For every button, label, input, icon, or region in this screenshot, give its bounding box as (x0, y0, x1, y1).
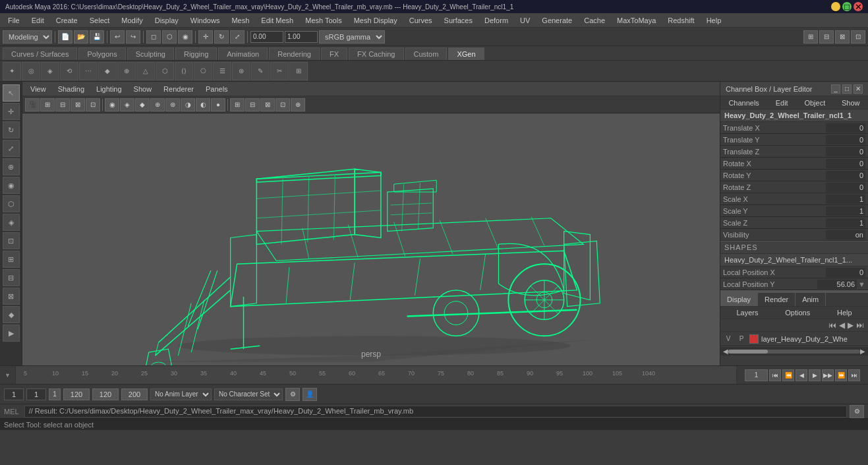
vp-display3[interactable]: ◆ (135, 98, 150, 111)
shelf-tab-custom[interactable]: Custom (405, 47, 448, 60)
lasso-tool[interactable]: ⬡ (3, 195, 20, 212)
cb-show[interactable]: Show (839, 99, 863, 107)
vp-menu-renderer[interactable]: Renderer (158, 84, 199, 94)
scroll-right-arrow[interactable]: ▶ (860, 348, 865, 355)
vp-menu-panels[interactable]: Panels (200, 84, 233, 94)
layers-menu-layers[interactable]: Layers (736, 309, 758, 317)
layout-btn3[interactable]: ⊠ (835, 30, 850, 44)
status-settings-btn[interactable]: ⚙ (850, 405, 864, 418)
char-set-select[interactable]: No Character Set (214, 388, 283, 400)
vp-menu-lighting[interactable]: Lighting (91, 84, 127, 94)
current-frame-input[interactable] (745, 369, 768, 381)
layout-btn1[interactable]: ⊞ (803, 30, 818, 44)
cb-minimize[interactable]: _ (831, 84, 840, 94)
scale-tool[interactable]: ⤢ (3, 140, 20, 157)
char-person-btn[interactable]: 👤 (303, 388, 317, 401)
vp-snap2[interactable]: ⊡ (86, 98, 100, 111)
menu-windows[interactable]: Windows (185, 15, 225, 26)
layout-btn4[interactable]: ⊡ (851, 30, 865, 44)
channel-value-ty[interactable]: 0 (826, 135, 865, 144)
move-btn[interactable]: ✛ (198, 30, 213, 44)
vp-snap1[interactable]: ⊠ (71, 98, 85, 111)
channel-value-rz[interactable]: 0 (826, 183, 865, 192)
new-scene-btn[interactable]: 📄 (58, 30, 72, 44)
camera-tool[interactable]: ⊠ (3, 288, 20, 305)
channel-value-sy[interactable]: 1 (826, 206, 865, 216)
end-frame-input[interactable] (63, 388, 90, 400)
shelf-icon-10[interactable]: ⟨⟩ (175, 62, 193, 80)
anim-end-btn[interactable]: ⏭ (848, 369, 860, 381)
shelf-icon-6[interactable]: ◆ (98, 62, 117, 80)
close-button[interactable]: ✕ (854, 2, 863, 11)
vp-display1[interactable]: ◉ (105, 98, 119, 111)
paint-btn[interactable]: ◉ (178, 30, 192, 44)
minimize-button[interactable]: _ (831, 2, 840, 11)
anim-layer-select[interactable]: No Anim Layer (150, 388, 212, 400)
layer-nav-prev-prev[interactable]: ⏮ (827, 321, 838, 330)
menu-cache[interactable]: Cache (579, 15, 610, 26)
menu-display[interactable]: Display (150, 15, 184, 26)
paint-tool[interactable]: ◈ (3, 214, 20, 231)
vp-select-cam[interactable]: ⊟ (245, 98, 260, 111)
vp-shading2[interactable]: ◐ (196, 98, 210, 111)
rotate-tool[interactable]: ↻ (3, 121, 20, 139)
scale-input[interactable] (285, 31, 318, 43)
gamma-dropdown[interactable]: sRGB gamma (319, 30, 385, 44)
anim-prev-btn[interactable]: ◀ (796, 369, 807, 381)
shelf-tab-sculpting[interactable]: Sculpting (127, 47, 174, 60)
layer-nav-prev[interactable]: ◀ (838, 321, 846, 330)
vp-wire2[interactable]: ⊛ (165, 98, 180, 111)
menu-mesh[interactable]: Mesh (226, 15, 254, 26)
localpos-y-value[interactable]: 56.06 (817, 280, 857, 289)
layer-v-btn[interactable]: V (723, 335, 734, 342)
menu-maxtomaya[interactable]: MaxToMaya (612, 15, 661, 26)
annotate-tool[interactable]: ⊟ (3, 269, 20, 286)
layer-nav-next[interactable]: ▶ (846, 321, 855, 330)
range-start-input[interactable] (4, 388, 24, 400)
channel-value-tz[interactable]: 0 (826, 147, 865, 156)
range-end-input[interactable] (121, 388, 148, 400)
redo-btn[interactable]: ↪ (126, 30, 140, 44)
channel-value-tx[interactable]: 0 (826, 123, 865, 133)
shelf-icon-11[interactable]: ⎔ (194, 62, 212, 80)
cb-expand[interactable]: □ (842, 84, 852, 94)
shelf-tab-rigging[interactable]: Rigging (175, 47, 217, 60)
menu-file[interactable]: File (3, 15, 25, 26)
vp-grid-btn[interactable]: ⊟ (55, 98, 70, 111)
anim-next-frame-btn[interactable]: ⏩ (835, 369, 847, 381)
shelf-icon-2[interactable]: ◎ (22, 62, 40, 80)
shelf-icon-4[interactable]: ⟲ (60, 62, 78, 80)
render-tool[interactable]: ▶ (3, 325, 20, 342)
channel-value-vis[interactable]: on (826, 230, 865, 239)
cb-close[interactable]: ✕ (854, 84, 863, 94)
move-tool[interactable]: ✛ (3, 103, 20, 120)
open-btn[interactable]: 📂 (74, 30, 88, 44)
menu-mesh-tools[interactable]: Mesh Tools (300, 15, 347, 26)
menu-generate[interactable]: Generate (536, 15, 577, 26)
vp-menu-shading[interactable]: Shading (53, 84, 90, 94)
cb-object[interactable]: Object (801, 99, 828, 107)
scrollbar-thumb[interactable] (728, 350, 768, 354)
anim-start-btn[interactable]: ⏮ (769, 369, 781, 381)
layers-menu-help[interactable]: Help (837, 309, 852, 317)
vp-cam-btn[interactable]: 🎥 (25, 98, 40, 111)
playback-end-input[interactable] (92, 388, 119, 400)
select-tool[interactable]: ↖ (3, 84, 20, 102)
channel-value-rx[interactable]: 0 (826, 159, 865, 168)
layers-menu-options[interactable]: Options (785, 309, 810, 317)
shelf-tab-fx[interactable]: FX (321, 47, 347, 60)
vp-shading3[interactable]: ● (211, 98, 225, 111)
tab-display[interactable]: Display (720, 293, 758, 306)
menu-uv[interactable]: UV (515, 15, 535, 26)
menu-help[interactable]: Help (701, 15, 727, 26)
shelf-icon-14[interactable]: ✎ (251, 62, 270, 80)
vp-wire1[interactable]: ⊕ (150, 98, 165, 111)
soft-select[interactable]: ◉ (3, 177, 20, 194)
menu-edit[interactable]: Edit (26, 15, 49, 26)
tab-anim[interactable]: Anim (796, 293, 826, 306)
shelf-tab-rendering[interactable]: Rendering (269, 47, 320, 60)
save-btn[interactable]: 💾 (90, 30, 104, 44)
vp-film-btn[interactable]: ⊞ (40, 98, 55, 111)
undo-btn[interactable]: ↩ (110, 30, 125, 44)
shelf-tab-xgen[interactable]: XGen (448, 47, 484, 60)
